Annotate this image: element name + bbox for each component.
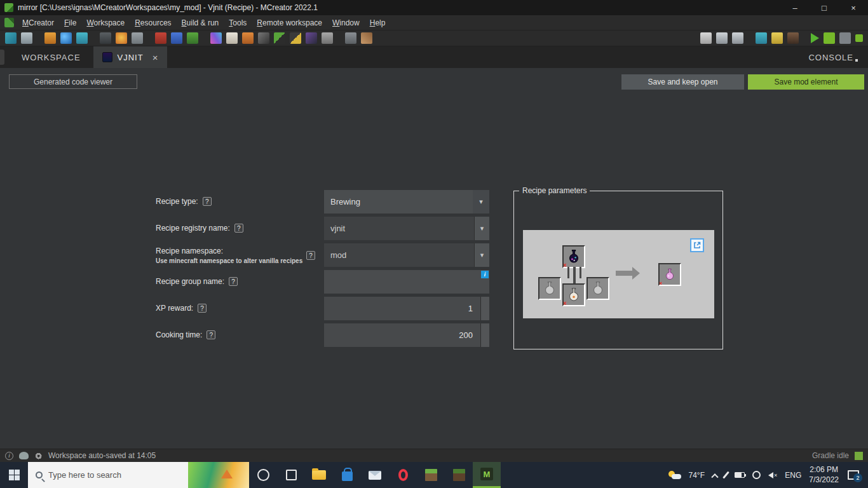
cortana-button[interactable] [249,462,277,488]
recipe-namespace-dropdown-button[interactable]: ▾ [474,243,489,267]
build-icon[interactable] [824,32,835,44]
paintbrush-icon[interactable] [361,32,372,44]
gradle-branch-icon[interactable] [700,32,712,44]
microsoft-store-button[interactable] [333,462,361,488]
opera-button[interactable] [389,462,417,488]
search-highlight-art[interactable] [188,462,249,488]
globe-icon[interactable] [60,32,72,44]
xp-reward-help-icon[interactable]: ? [198,304,207,313]
menu-build-run[interactable]: Build & run [177,17,224,29]
cooking-time-spinner-buttons[interactable] [480,323,489,347]
gui-editor-icon[interactable] [76,32,88,44]
menu-workspace[interactable]: Workspace [81,17,130,29]
save-and-keep-open-button[interactable]: Save and keep open [621,74,744,90]
close-button[interactable]: × [839,0,868,15]
gradle-icon[interactable] [19,452,29,459]
tab-console[interactable]: CONSOLE [798,46,868,68]
recipes-grid-icon[interactable] [187,32,198,44]
recipe-registry-name-combo[interactable]: vjnit ▾ [324,217,489,240]
save-mod-element-button[interactable]: Save mod element [748,74,864,90]
import-icon[interactable] [716,32,728,44]
remove-ingredient-icon[interactable]: × [563,262,567,269]
mob-icon[interactable] [242,32,254,44]
language-indicator[interactable]: ENG [785,471,801,480]
file-explorer-button[interactable] [305,462,333,488]
info-status-icon[interactable]: i [5,452,13,460]
generated-code-viewer-button[interactable]: Generated code viewer [9,74,137,89]
tab-close-icon[interactable]: × [153,52,159,63]
action-center-icon[interactable]: 2 [848,470,859,480]
pot-icon[interactable] [322,32,333,44]
recipe-registry-dropdown-button[interactable]: ▾ [474,217,489,240]
xp-reward-spinner-buttons[interactable] [480,297,489,320]
mail-button[interactable] [361,462,389,488]
particles-icon[interactable] [210,32,222,44]
clean-icon[interactable] [771,32,783,44]
settings-gear-icon[interactable] [34,452,43,460]
dimension-icon[interactable] [290,32,301,44]
mcreator-taskbar-button[interactable]: M [473,462,501,488]
hammer-icon[interactable] [345,32,356,44]
variables-icon[interactable] [100,32,111,44]
element-list-icon[interactable] [21,32,32,44]
recipe-namespace-help-icon[interactable]: ? [306,251,315,260]
localization-icon[interactable] [116,32,127,44]
run-client-icon[interactable] [811,33,819,43]
recipe-type-dropdown-button[interactable]: ▾ [473,190,489,214]
start-button[interactable] [0,462,28,488]
taskbar-clock[interactable]: 2:06 PM 7/3/2022 [809,465,839,485]
terminal-icon[interactable] [756,32,767,44]
advancement-icon[interactable] [306,32,317,44]
menu-remote-workspace[interactable]: Remote workspace [252,17,327,29]
brewing-output-slot[interactable]: × [658,263,681,286]
structure-icon[interactable] [226,32,238,44]
folder-icon[interactable] [132,32,143,44]
minimize-button[interactable]: – [780,0,810,15]
battery-icon[interactable] [735,472,745,478]
minecraft-button[interactable] [417,462,445,488]
xp-reward-spinner[interactable]: 1 [324,297,489,320]
sidebar-collapse-handle[interactable] [0,50,4,65]
recipe-group-name-help-icon[interactable]: ? [229,277,238,286]
open-recipe-editor-button[interactable] [690,238,704,252]
menu-help[interactable]: Help [365,17,391,29]
export-icon[interactable] [732,32,743,44]
remove-bottle-icon[interactable]: × [563,301,567,307]
stop-icon[interactable] [839,32,851,44]
plugin-icon[interactable] [787,32,799,44]
menu-tools[interactable]: Tools [224,17,252,29]
brewing-ingredient-slot[interactable]: × [562,245,585,268]
tools-cross-icon[interactable] [258,32,269,44]
hidden-icons-chevron[interactable] [711,473,718,480]
minecraft-alt-button[interactable] [445,462,473,488]
recipe-registry-name-help-icon[interactable]: ? [234,224,243,233]
workspace-browser-icon[interactable] [5,32,17,44]
tab-vjnit[interactable]: VJNIT × [93,46,168,68]
taskbar-search[interactable] [28,462,249,488]
pen-icon[interactable] [722,471,729,479]
status-square-icon[interactable] [855,34,863,42]
volume-muted-icon[interactable]: × [768,472,777,478]
cooking-time-spinner[interactable]: 200 [324,323,489,347]
menu-window[interactable]: Window [327,17,365,29]
weather-temp[interactable]: 74°F [689,471,705,480]
network-icon[interactable] [752,471,761,479]
menu-mcreator[interactable]: MCreator [17,17,59,29]
search-input[interactable] [48,470,182,480]
maximize-button[interactable]: □ [810,0,839,15]
brewing-bottle-slot-left[interactable] [538,277,561,300]
recipe-type-help-icon[interactable]: ? [203,197,212,206]
recipe-type-select[interactable]: Brewing ▾ [324,190,489,214]
cooking-time-help-icon[interactable]: ? [207,330,215,339]
task-view-button[interactable] [277,462,305,488]
menu-resources[interactable]: Resources [130,17,176,29]
recipe-group-name-input[interactable] [324,270,489,294]
tab-workspace[interactable]: WORKSPACE [9,46,93,68]
items-grid-icon[interactable] [171,32,182,44]
recipe-namespace-combo[interactable]: mod ▾ [324,243,489,267]
brewing-bottle-slot-center[interactable]: × [562,283,585,306]
menu-file[interactable]: File [59,17,81,29]
brewing-bottle-slot-right[interactable] [587,277,609,300]
blocks-grid-icon[interactable] [155,32,166,44]
weather-icon[interactable] [668,471,681,479]
